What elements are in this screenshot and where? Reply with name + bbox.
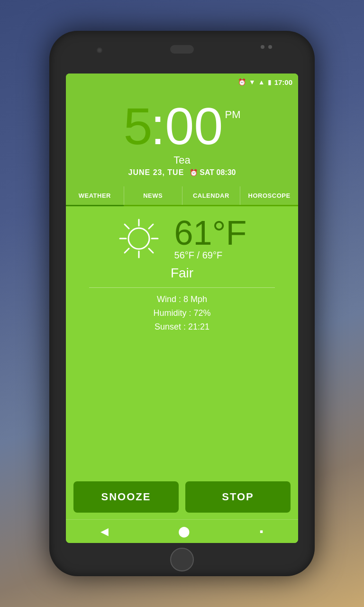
- svg-line-5: [149, 248, 153, 253]
- physical-home-button[interactable]: [170, 548, 194, 571]
- battery-icon: ▮: [268, 78, 272, 86]
- humidity-detail: Humidity : 72%: [153, 308, 210, 318]
- tab-horoscope[interactable]: HOROSCOPE: [240, 186, 298, 205]
- sun-icon: [118, 217, 160, 260]
- nav-recent-icon[interactable]: ▪: [260, 525, 264, 538]
- alarm-label: Tea: [173, 154, 190, 166]
- date-text: JUNE 23, TUE: [128, 168, 184, 177]
- weather-condition: Fair: [171, 266, 193, 281]
- temp-block: 61°F 56°F / 69°F: [174, 216, 247, 261]
- wifi-icon: ▼: [249, 78, 255, 86]
- weather-main-row: 61°F 56°F / 69°F: [66, 216, 298, 261]
- divider: [89, 287, 275, 288]
- weather-panel: 61°F 56°F / 69°F Fair Wind : 8 Mph Humid…: [66, 206, 298, 475]
- phone-screen: ⏰ ▼ ▲ ▮ 17:00 5 : 00 PM Tea JUNE 23, TUE…: [66, 74, 298, 543]
- sensor-1: [261, 45, 264, 49]
- sensor-2: [268, 45, 272, 49]
- phone-bottom: [170, 543, 194, 576]
- nav-back-icon[interactable]: ◀: [100, 525, 109, 538]
- tab-weather[interactable]: WEATHER: [66, 186, 124, 205]
- main-clock: 5 : 00 PM: [123, 100, 240, 152]
- weather-details: Wind : 8 Mph Humidity : 72% Sunset : 21:…: [153, 294, 210, 332]
- clock-hour: 5: [123, 100, 150, 152]
- tabs-bar: WEATHER NEWS CALENDAR HOROSCOPE: [66, 186, 298, 206]
- svg-line-6: [149, 224, 153, 229]
- status-time: 17:00: [274, 78, 292, 86]
- next-alarm-icon: ⏰: [190, 169, 198, 176]
- temperature-range: 56°F / 69°F: [174, 250, 223, 261]
- sensors-area: [261, 45, 272, 49]
- clock-area: 5 : 00 PM Tea JUNE 23, TUE ⏰ SAT 08:30: [66, 91, 298, 182]
- svg-line-7: [125, 248, 129, 253]
- status-icons: ⏰ ▼ ▲ ▮ 17:00: [238, 78, 292, 86]
- next-alarm-time: SAT 08:30: [200, 168, 236, 177]
- snooze-button[interactable]: SNOOZE: [73, 481, 179, 513]
- stop-button[interactable]: STOP: [185, 481, 291, 513]
- bottom-nav: ◀ ⬤ ▪: [66, 519, 298, 543]
- clock-minutes: 00: [165, 100, 223, 152]
- phone-frame: ⏰ ▼ ▲ ▮ 17:00 5 : 00 PM Tea JUNE 23, TUE…: [49, 31, 315, 576]
- next-alarm-info: ⏰ SAT 08:30: [190, 168, 236, 177]
- speaker-grille: [170, 45, 194, 54]
- phone-top: [49, 31, 315, 74]
- signal-icon: ▲: [258, 78, 265, 86]
- status-bar: ⏰ ▼ ▲ ▮ 17:00: [66, 74, 298, 91]
- svg-line-4: [125, 224, 129, 229]
- tab-news[interactable]: NEWS: [124, 186, 182, 205]
- svg-point-8: [128, 228, 149, 249]
- camera-lens: [97, 47, 102, 53]
- clock-ampm: PM: [225, 109, 241, 121]
- clock-colon: :: [151, 100, 165, 152]
- wind-detail: Wind : 8 Mph: [157, 294, 207, 304]
- temperature-main: 61°F: [174, 216, 247, 250]
- sunset-detail: Sunset : 21:21: [155, 322, 209, 332]
- nav-home-icon[interactable]: ⬤: [178, 525, 190, 538]
- date-alarm-row: JUNE 23, TUE ⏰ SAT 08:30: [128, 168, 236, 177]
- tab-calendar[interactable]: CALENDAR: [182, 186, 241, 205]
- action-buttons-row: SNOOZE STOP: [66, 475, 298, 519]
- alarm-status-icon: ⏰: [238, 78, 246, 86]
